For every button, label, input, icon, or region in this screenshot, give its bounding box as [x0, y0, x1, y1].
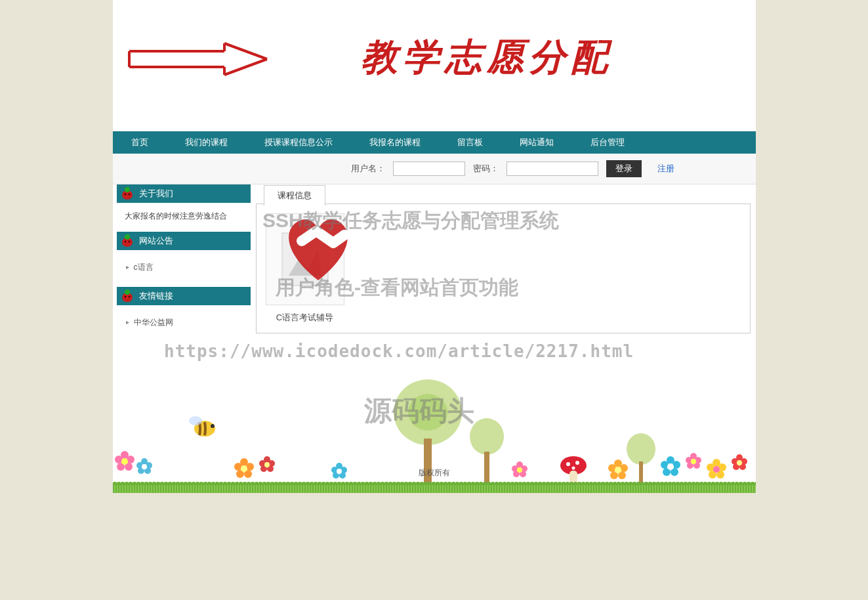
site-notice-header: 网站公告 [117, 232, 251, 250]
svg-point-28 [566, 462, 570, 466]
course-thumbnail [266, 213, 344, 305]
site-notice-title: 网站公告 [139, 236, 173, 246]
about-us-block: 关于我们 大家报名的时候注意劳逸结合 [117, 184, 251, 229]
site-header: 教学志愿分配 [113, 0, 756, 131]
svg-point-88 [691, 459, 696, 464]
svg-line-6 [224, 59, 267, 75]
course-card[interactable]: C语言考试辅导 [266, 213, 344, 324]
svg-point-29 [575, 461, 579, 465]
svg-rect-19 [282, 233, 328, 286]
friend-links-header: 友情链接 [117, 287, 251, 305]
svg-point-14 [128, 241, 130, 243]
username-input[interactable] [393, 161, 465, 176]
about-us-text: 大家报名的时候注意劳逸结合 [117, 203, 251, 229]
nav-admin[interactable]: 后台管理 [572, 131, 643, 154]
site-notice-block: 网站公告 c语言 [117, 232, 251, 284]
password-label: 密码： [473, 163, 499, 175]
friend-links-block: 友情链接 中华公益网 [117, 287, 251, 339]
footer: 版权所有 [113, 355, 756, 493]
svg-point-17 [124, 296, 126, 298]
grass-decoration [113, 482, 756, 493]
svg-point-33 [189, 416, 202, 425]
svg-point-9 [124, 194, 126, 196]
nav-our-courses[interactable]: 我们的课程 [167, 131, 246, 154]
arrow-decoration [126, 39, 270, 81]
notice-item[interactable]: c语言 [125, 257, 243, 278]
tab-course-info[interactable]: 课程信息 [264, 185, 325, 206]
ladybug-icon [119, 288, 135, 304]
username-label: 用户名： [351, 163, 385, 175]
svg-point-13 [124, 241, 126, 243]
svg-point-16 [125, 289, 130, 295]
bee-decoration [185, 409, 222, 440]
svg-point-21 [408, 394, 447, 431]
svg-point-34 [211, 424, 215, 428]
tab-strip: 课程信息 [256, 184, 751, 204]
sidebar: 关于我们 大家报名的时候注意劳逸结合 网站公告 c语言 友情链接 [113, 184, 251, 342]
svg-point-58 [264, 462, 270, 467]
register-link[interactable]: 注册 [657, 163, 674, 175]
about-us-title: 关于我们 [139, 188, 173, 198]
nav-teaching-publicity[interactable]: 授课课程信息公示 [246, 131, 351, 154]
ladybug-icon [119, 233, 135, 249]
svg-point-8 [125, 187, 130, 192]
nav-home[interactable]: 首页 [113, 131, 167, 154]
svg-line-5 [224, 43, 267, 59]
nav-my-enrolled[interactable]: 我报名的课程 [351, 131, 439, 154]
svg-point-18 [128, 296, 130, 298]
ladybug-icon [119, 186, 135, 202]
main-nav: 首页 我们的课程 授课课程信息公示 我报名的课程 留言板 网站通知 后台管理 [113, 131, 756, 154]
password-input[interactable] [506, 161, 598, 176]
copyright-text: 版权所有 [113, 467, 756, 479]
svg-point-10 [128, 194, 130, 196]
login-button[interactable]: 登录 [606, 160, 642, 177]
svg-point-100 [737, 460, 742, 465]
nav-site-notice[interactable]: 网站通知 [501, 131, 572, 154]
tab-body: C语言考试辅导 [256, 204, 751, 333]
svg-point-23 [470, 418, 504, 455]
nav-guestbook[interactable]: 留言板 [439, 131, 501, 154]
svg-point-12 [125, 234, 130, 240]
course-caption: C语言考试辅导 [266, 312, 344, 324]
friend-link-item[interactable]: 中华公益网 [125, 312, 243, 333]
friend-links-title: 友情链接 [139, 291, 173, 301]
svg-point-40 [121, 458, 128, 465]
login-bar: 用户名： 密码： 登录 注册 [113, 154, 756, 184]
main-content: 课程信息 C语言考试辅导 [256, 184, 756, 342]
about-us-header: 关于我们 [117, 184, 251, 203]
